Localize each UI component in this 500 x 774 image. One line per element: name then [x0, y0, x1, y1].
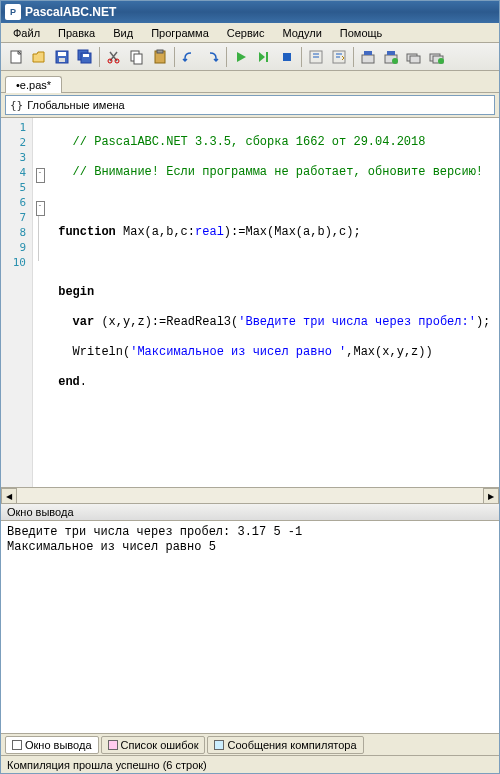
cut-button[interactable]	[103, 46, 125, 68]
horizontal-scrollbar[interactable]: ◀ ▶	[1, 487, 499, 503]
fold-column: - -	[33, 118, 47, 487]
rebuild-all-button[interactable]	[426, 46, 448, 68]
run-button[interactable]	[230, 46, 252, 68]
menubar: Файл Правка Вид Программа Сервис Модули …	[1, 23, 499, 43]
menu-service[interactable]: Сервис	[219, 25, 273, 41]
save-button[interactable]	[51, 46, 73, 68]
rebuild-button[interactable]	[403, 46, 425, 68]
output-panel[interactable]: Введите три числа через пробел: 3.17 5 -…	[1, 521, 499, 733]
toolbar-separator	[353, 47, 354, 67]
step-into-button[interactable]	[305, 46, 327, 68]
svg-rect-23	[410, 56, 420, 63]
run-no-debug-button[interactable]	[253, 46, 275, 68]
toolbar-separator	[226, 47, 227, 67]
svg-rect-6	[83, 54, 89, 57]
step-over-button[interactable]	[328, 46, 350, 68]
compile-button[interactable]	[357, 46, 379, 68]
fold-toggle[interactable]: -	[36, 168, 45, 183]
window-title: PascalABC.NET	[25, 5, 116, 19]
toolbar-separator	[301, 47, 302, 67]
tab-label: Список ошибок	[121, 739, 199, 751]
tab-label: Сообщения компилятора	[227, 739, 356, 751]
status-text: Компиляция прошла успешно (6 строк)	[7, 759, 207, 771]
status-bar: Компиляция прошла успешно (6 строк)	[1, 755, 499, 773]
output-line: Максимальное из чисел равно 5	[7, 540, 216, 554]
redo-button[interactable]	[201, 46, 223, 68]
code-editor[interactable]: 1 2 3 4 5 6 7 8 9 10 - - // PascalABC.NE…	[1, 117, 499, 487]
tab-compiler-icon	[214, 740, 224, 750]
app-icon: P	[5, 4, 21, 20]
scope-combo[interactable]: {} Глобальные имена	[5, 95, 495, 115]
svg-rect-12	[157, 50, 163, 53]
paste-button[interactable]	[149, 46, 171, 68]
svg-rect-3	[59, 58, 65, 62]
svg-point-26	[438, 58, 444, 64]
tab-output-icon	[12, 740, 22, 750]
fold-toggle[interactable]: -	[36, 201, 45, 216]
titlebar: P PascalABC.NET	[1, 1, 499, 23]
build-button[interactable]	[380, 46, 402, 68]
tab-errors[interactable]: Список ошибок	[101, 736, 206, 754]
menu-program[interactable]: Программа	[143, 25, 217, 41]
undo-button[interactable]	[178, 46, 200, 68]
line-gutter: 1 2 3 4 5 6 7 8 9 10	[1, 118, 33, 487]
new-file-button[interactable]	[5, 46, 27, 68]
svg-rect-17	[362, 55, 374, 63]
tab-output[interactable]: Окно вывода	[5, 736, 99, 754]
scope-label: Глобальные имена	[27, 99, 125, 111]
tab-compiler[interactable]: Сообщения компилятора	[207, 736, 363, 754]
svg-rect-10	[134, 54, 142, 64]
braces-icon: {}	[10, 99, 23, 112]
menu-help[interactable]: Помощь	[332, 25, 391, 41]
menu-view[interactable]: Вид	[105, 25, 141, 41]
svg-rect-13	[266, 52, 268, 62]
tab-errors-icon	[108, 740, 118, 750]
svg-rect-18	[364, 51, 372, 55]
stop-button[interactable]	[276, 46, 298, 68]
file-tab[interactable]: •e.pas*	[5, 76, 62, 93]
code-area[interactable]: // PascalABC.NET 3.3.5, сборка 1662 от 2…	[47, 118, 499, 487]
bottom-tab-bar: Окно вывода Список ошибок Сообщения комп…	[1, 733, 499, 755]
svg-rect-20	[387, 51, 395, 55]
svg-point-21	[392, 58, 398, 64]
save-all-button[interactable]	[74, 46, 96, 68]
copy-button[interactable]	[126, 46, 148, 68]
output-panel-header: Окно вывода	[1, 503, 499, 521]
scroll-right-icon[interactable]: ▶	[483, 488, 499, 504]
svg-rect-14	[283, 53, 291, 61]
toolbar	[1, 43, 499, 71]
toolbar-separator	[99, 47, 100, 67]
menu-modules[interactable]: Модули	[274, 25, 329, 41]
output-line: Введите три числа через пробел: 3.17 5 -…	[7, 525, 302, 539]
menu-file[interactable]: Файл	[5, 25, 48, 41]
toolbar-separator	[174, 47, 175, 67]
scroll-left-icon[interactable]: ◀	[1, 488, 17, 504]
tab-label: Окно вывода	[25, 739, 92, 751]
scroll-track[interactable]	[17, 488, 483, 503]
svg-rect-2	[58, 52, 66, 56]
open-file-button[interactable]	[28, 46, 50, 68]
tab-bar: •e.pas*	[1, 71, 499, 93]
menu-edit[interactable]: Правка	[50, 25, 103, 41]
